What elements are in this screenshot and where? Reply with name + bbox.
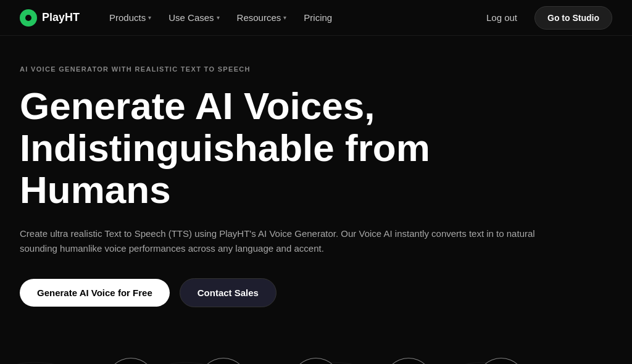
- nav-label-products: Products: [109, 12, 146, 23]
- logo-text: PlayHT: [42, 11, 80, 24]
- go-to-studio-button[interactable]: Go to Studio: [534, 6, 612, 30]
- audio-players: [106, 358, 526, 364]
- navbar-left: PlayHT Products ▾ Use Cases ▾ Resources …: [20, 9, 339, 27]
- hero-title: Generate AI Voices, Indistinguishable fr…: [20, 85, 575, 212]
- nav-items: Products ▾ Use Cases ▾ Resources ▾ Prici…: [102, 9, 339, 27]
- hero-buttons: Generate AI Voice for Free Contact Sales: [20, 278, 612, 307]
- hero-title-line1: Generate AI Voices,: [20, 85, 375, 127]
- nav-label-resources: Resources: [237, 12, 281, 23]
- audio-player-4[interactable]: [384, 358, 433, 364]
- logo[interactable]: PlayHT: [20, 9, 80, 27]
- nav-label-use-cases: Use Cases: [168, 12, 214, 23]
- navbar-right: Log out Go to Studio: [479, 6, 612, 30]
- audio-player-3[interactable]: [291, 358, 341, 364]
- navbar: PlayHT Products ▾ Use Cases ▾ Resources …: [0, 0, 632, 36]
- logout-button[interactable]: Log out: [479, 7, 525, 28]
- logo-icon: [20, 9, 37, 27]
- nav-item-products[interactable]: Products ▾: [102, 9, 159, 27]
- chevron-down-icon: ▾: [283, 14, 286, 21]
- chevron-down-icon: ▾: [217, 14, 220, 21]
- audio-section: [0, 337, 632, 364]
- hero-subtitle: Create ultra realistic Text to Speech (T…: [20, 226, 551, 256]
- hero-eyebrow: AI VOICE GENERATOR WITH REALISTIC TEXT T…: [20, 65, 612, 73]
- audio-player-2[interactable]: [199, 358, 248, 364]
- contact-sales-button[interactable]: Contact Sales: [180, 278, 276, 307]
- audio-player-5[interactable]: [476, 358, 526, 364]
- audio-player-1[interactable]: [106, 358, 156, 364]
- nav-item-resources[interactable]: Resources ▾: [230, 9, 294, 27]
- nav-item-pricing[interactable]: Pricing: [296, 9, 339, 27]
- nav-label-pricing: Pricing: [304, 12, 332, 23]
- generate-voice-button[interactable]: Generate AI Voice for Free: [20, 279, 170, 307]
- chevron-down-icon: ▾: [148, 14, 151, 21]
- hero-section: AI VOICE GENERATOR WITH REALISTIC TEXT T…: [0, 36, 632, 307]
- hero-title-line2: Indistinguishable from Humans: [20, 126, 430, 211]
- nav-item-use-cases[interactable]: Use Cases ▾: [161, 9, 227, 27]
